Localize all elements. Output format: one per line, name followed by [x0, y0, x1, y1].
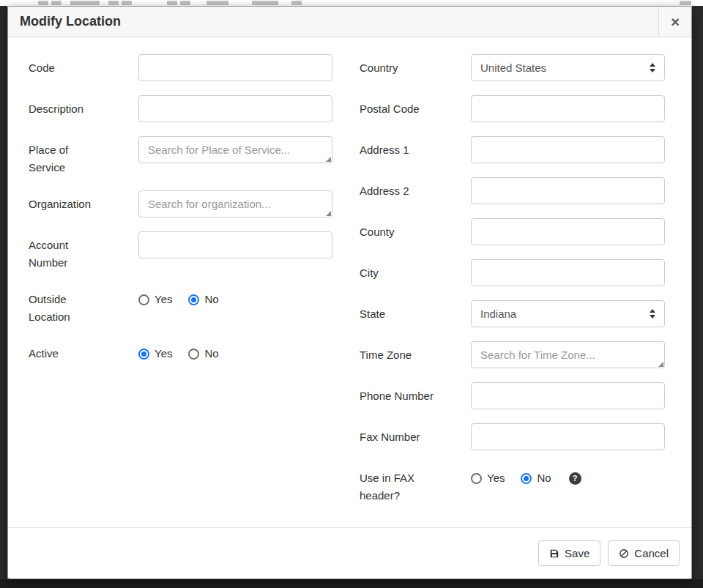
field-organization: Organization: [29, 190, 332, 217]
field-label: County: [360, 218, 442, 241]
field-place-of-service: Place of Service: [29, 136, 332, 176]
save-disk-icon: [549, 548, 559, 559]
postal-code-input[interactable]: [471, 95, 665, 122]
field-outside-location: Outside Location Yes No: [29, 286, 332, 326]
dropdown-corner-icon: [658, 362, 663, 367]
field-account-number: Account Number: [29, 231, 332, 272]
place-of-service-search-input[interactable]: [138, 136, 332, 163]
city-input[interactable]: [471, 259, 665, 286]
radio-label: Yes: [487, 469, 505, 487]
field-label: Time Zone: [360, 341, 442, 364]
form-column-right: Country United States Postal Code: [360, 54, 665, 518]
field-use-in-fax-header: Use in FAX header? Yes No ?: [360, 464, 665, 505]
field-city: City: [360, 259, 665, 286]
field-label: Account Number: [29, 231, 105, 272]
outside-location-yes-radio[interactable]: Yes: [138, 291, 172, 308]
field-address-2: Address 2: [360, 177, 665, 204]
dialog-footer: Save Cancel: [8, 527, 691, 578]
dropdown-corner-icon: [326, 211, 331, 216]
active-no-radio[interactable]: No: [188, 345, 218, 362]
save-button-label: Save: [565, 547, 589, 559]
background-fragment: [167, 1, 177, 5]
account-number-input[interactable]: [138, 231, 332, 258]
field-time-zone: Time Zone: [360, 341, 665, 368]
radio-label: Yes: [155, 291, 172, 308]
radio-selected-icon: [521, 473, 532, 484]
close-button[interactable]: ×: [658, 7, 691, 37]
field-label: Organization: [29, 190, 105, 213]
field-label: Place of Service: [29, 136, 105, 176]
field-county: County: [360, 218, 665, 245]
background-fragment: [291, 1, 302, 5]
active-yes-radio[interactable]: Yes: [138, 345, 172, 362]
dialog-header: Modify Location ×: [8, 7, 691, 37]
backdrop-left: [0, 6, 7, 588]
fax-number-input[interactable]: [471, 423, 665, 450]
field-label: Postal Code: [360, 95, 442, 118]
organization-search-input[interactable]: [138, 190, 332, 217]
cancel-slash-icon: [619, 548, 629, 559]
modify-location-dialog: Modify Location × Code Description Place…: [7, 6, 692, 579]
dialog-body: Code Description Place of Service: [8, 37, 691, 527]
background-fragment: [680, 1, 691, 5]
cancel-button[interactable]: Cancel: [608, 540, 680, 566]
code-input[interactable]: [138, 54, 332, 81]
field-label: City: [360, 259, 442, 282]
background-fragment: [122, 1, 132, 5]
radio-label: No: [204, 291, 218, 308]
backdrop-right: [692, 6, 703, 588]
field-label: Use in FAX header?: [360, 464, 442, 505]
background-fragment: [252, 1, 278, 5]
field-label: Outside Location: [29, 286, 105, 326]
country-select[interactable]: United States: [471, 54, 665, 81]
state-select-value: Indiana: [480, 308, 516, 320]
dropdown-corner-icon: [326, 157, 331, 162]
use-in-fax-header-radio-group: Yes No ?: [471, 464, 665, 487]
radio-selected-icon: [188, 294, 199, 305]
field-state: State Indiana: [360, 300, 665, 327]
field-label: Fax Number: [360, 423, 442, 446]
active-radio-group: Yes No: [138, 340, 332, 362]
country-select-value: United States: [480, 62, 546, 74]
use-in-fax-header-yes-radio[interactable]: Yes: [471, 469, 505, 487]
state-select[interactable]: Indiana: [471, 300, 665, 327]
help-icon[interactable]: ?: [569, 472, 581, 485]
background-fragment: [180, 1, 190, 5]
phone-number-input[interactable]: [471, 382, 665, 409]
background-fragment: [108, 1, 119, 5]
field-label: Description: [29, 95, 105, 118]
county-input[interactable]: [471, 218, 665, 245]
field-label: State: [360, 300, 442, 323]
field-description: Description: [29, 95, 332, 122]
time-zone-search-input[interactable]: [471, 341, 665, 368]
backdrop-bottom: [0, 579, 703, 588]
save-button[interactable]: Save: [538, 540, 600, 566]
outside-location-no-radio[interactable]: No: [188, 291, 218, 308]
field-code: Code: [29, 54, 332, 81]
field-label: Code: [29, 54, 105, 77]
field-label: Country: [360, 54, 442, 77]
radio-icon: [138, 294, 149, 305]
field-label: Active: [29, 340, 105, 362]
radio-label: No: [537, 469, 551, 487]
address-1-input[interactable]: [471, 136, 665, 163]
radio-icon: [188, 349, 199, 360]
select-arrows-icon: [650, 309, 655, 319]
close-icon: ×: [671, 15, 680, 29]
use-in-fax-header-no-radio[interactable]: No: [521, 469, 551, 487]
radio-label: Yes: [155, 345, 172, 362]
background-fragment: [38, 1, 48, 5]
description-input[interactable]: [138, 95, 332, 122]
field-label: Address 1: [360, 136, 442, 159]
field-phone-number: Phone Number: [360, 382, 665, 409]
radio-label: No: [204, 345, 218, 362]
dialog-title: Modify Location: [8, 7, 658, 37]
radio-icon: [471, 473, 482, 484]
field-fax-number: Fax Number: [360, 423, 665, 450]
radio-selected-icon: [138, 349, 149, 360]
address-2-input[interactable]: [471, 177, 665, 204]
outside-location-radio-group: Yes No: [138, 286, 332, 308]
background-fragment: [51, 1, 62, 5]
field-postal-code: Postal Code: [360, 95, 665, 122]
form-column-left: Code Description Place of Service: [29, 54, 332, 518]
